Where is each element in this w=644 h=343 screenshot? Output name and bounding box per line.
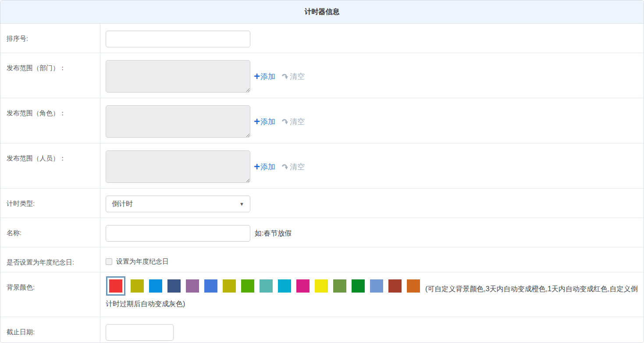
color-swatch[interactable]	[370, 279, 383, 293]
row-deadline: 截止日期:	[0, 317, 644, 343]
row-label: 是否设置为年度纪念日:	[0, 247, 100, 272]
row-scope-department: 发布范围（部门）： +添加 清空	[0, 53, 644, 98]
add-role-link[interactable]: +添加	[254, 116, 275, 127]
anniversary-checkbox-wrap[interactable]: 设置为年度纪念日	[106, 257, 169, 266]
row-label: 名称:	[0, 218, 100, 247]
row-scope-person: 发布范围（人员）： +添加 清空	[0, 143, 644, 189]
row-sort-number: 排序号:	[0, 24, 644, 53]
add-department-link[interactable]: +添加	[254, 71, 275, 82]
name-hint: 如:春节放假	[255, 229, 292, 238]
color-swatch[interactable]	[109, 279, 122, 293]
row-label: 计时类型:	[0, 189, 100, 218]
color-swatch[interactable]	[333, 279, 346, 293]
row-label: 发布范围（部门）：	[0, 53, 100, 98]
color-swatch[interactable]	[407, 279, 420, 293]
plus-icon: +	[254, 71, 260, 82]
color-swatch[interactable]	[278, 279, 291, 293]
row-label: 背景颜色:	[0, 272, 100, 317]
timer-type-selected-value: 倒计时	[112, 200, 239, 209]
row-scope-role: 发布范围（角色）： +添加 清空	[0, 98, 644, 143]
clear-person-link[interactable]: 清空	[281, 162, 305, 172]
deadline-date-input[interactable]	[106, 324, 174, 341]
chevron-down-icon: ▼	[239, 201, 244, 207]
row-anniversary: 是否设置为年度纪念日: 设置为年度纪念日	[0, 247, 644, 272]
panel-title: 计时器信息	[0, 0, 644, 24]
add-person-link[interactable]: +添加	[254, 161, 275, 172]
color-swatch[interactable]	[241, 279, 254, 293]
color-swatch[interactable]	[167, 279, 181, 293]
color-swatches	[106, 285, 425, 293]
name-input[interactable]	[106, 225, 250, 242]
row-label: 截止日期:	[0, 317, 100, 343]
color-swatch[interactable]	[186, 279, 199, 293]
color-swatch[interactable]	[388, 279, 402, 293]
color-swatch[interactable]	[296, 279, 310, 293]
row-label: 排序号:	[0, 24, 100, 53]
color-swatch[interactable]	[131, 279, 144, 293]
timer-type-select[interactable]: 倒计时 ▼	[106, 196, 250, 212]
color-swatch[interactable]	[260, 279, 273, 293]
row-background-color: 背景颜色: (可自定义背景颜色,3天内自动变成橙色,1天内自动变成红色,自定义倒…	[0, 272, 644, 317]
color-swatch[interactable]	[223, 279, 236, 293]
color-swatch[interactable]	[315, 279, 328, 293]
clear-arrow-icon	[281, 118, 289, 125]
row-label: 发布范围（人员）：	[0, 143, 100, 188]
timer-info-panel: 计时器信息 排序号: 发布范围（部门）： +添加 清空 发布范围（角色）： +添…	[0, 0, 644, 343]
anniversary-checkbox-label: 设置为年度纪念日	[116, 257, 169, 266]
clear-arrow-icon	[281, 73, 289, 80]
plus-icon: +	[254, 116, 260, 127]
row-label: 发布范围（角色）：	[0, 98, 100, 143]
clear-department-link[interactable]: 清空	[281, 71, 305, 82]
color-swatch[interactable]	[204, 279, 217, 293]
row-name: 名称: 如:春节放假	[0, 218, 644, 247]
clear-arrow-icon	[281, 163, 289, 171]
sort-number-input[interactable]	[106, 31, 250, 47]
scope-person-textarea[interactable]	[106, 150, 250, 183]
clear-role-link[interactable]: 清空	[281, 117, 305, 127]
color-swatch[interactable]	[149, 279, 162, 293]
anniversary-checkbox[interactable]	[106, 258, 112, 265]
row-timer-type: 计时类型: 倒计时 ▼	[0, 189, 644, 218]
color-swatch[interactable]	[352, 279, 365, 293]
scope-department-textarea[interactable]	[106, 60, 250, 93]
plus-icon: +	[254, 161, 260, 172]
scope-role-textarea[interactable]	[106, 105, 250, 138]
